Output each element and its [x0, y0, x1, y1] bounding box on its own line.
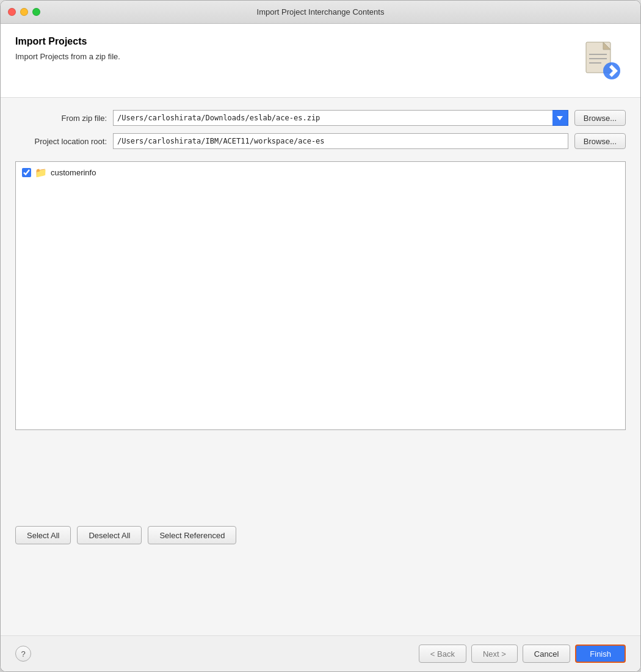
maximize-button[interactable] — [32, 8, 40, 16]
list-item[interactable]: 📁 customerinfo — [20, 166, 621, 180]
main-window: Import Project Interchange Contents Impo… — [0, 0, 641, 672]
header-text: Import Projects Import Projects from a z… — [15, 36, 577, 61]
traffic-lights — [8, 8, 40, 16]
page-title: Import Projects — [15, 36, 577, 47]
selection-buttons: Select All Deselect All Select Reference… — [1, 519, 640, 554]
footer: ? < Back Next > Cancel Finish — [1, 635, 640, 671]
chevron-down-icon — [557, 116, 563, 120]
import-icon-svg — [580, 39, 623, 82]
location-row: Project location root: Browse... — [15, 133, 626, 149]
project-name: customerinfo — [51, 168, 96, 177]
zip-dropdown-button[interactable] — [552, 110, 568, 126]
help-button[interactable]: ? — [15, 646, 31, 662]
location-label: Project location root: — [15, 137, 107, 146]
select-referenced-button[interactable]: Select Referenced — [148, 526, 236, 544]
cancel-button[interactable]: Cancel — [523, 645, 570, 663]
zip-label: From zip file: — [15, 114, 107, 123]
form-section: From zip file: Browse... Project locatio… — [1, 98, 640, 161]
minimize-button[interactable] — [20, 8, 28, 16]
projects-list: 📁 customerinfo — [15, 161, 626, 430]
deselect-all-button[interactable]: Deselect All — [77, 526, 142, 544]
finish-button[interactable]: Finish — [575, 645, 626, 663]
folder-icon: 📁 — [35, 167, 47, 178]
zip-input-combo — [113, 110, 568, 126]
back-button[interactable]: < Back — [419, 645, 466, 663]
content-area: Import Projects Import Projects from a z… — [1, 24, 640, 671]
list-section: 📁 customerinfo — [1, 161, 640, 519]
location-browse-button[interactable]: Browse... — [574, 133, 626, 149]
next-button[interactable]: Next > — [471, 645, 518, 663]
project-checkbox[interactable] — [22, 168, 31, 177]
zip-file-row: From zip file: Browse... — [15, 110, 626, 126]
close-button[interactable] — [8, 8, 16, 16]
zip-file-input[interactable] — [113, 110, 552, 126]
spacer — [1, 554, 640, 635]
footer-left: ? — [15, 646, 31, 662]
select-all-button[interactable]: Select All — [15, 526, 71, 544]
zip-browse-button[interactable]: Browse... — [574, 110, 626, 126]
titlebar: Import Project Interchange Contents — [1, 1, 640, 24]
svg-marker-7 — [557, 116, 563, 120]
location-input[interactable] — [113, 133, 568, 149]
footer-right: < Back Next > Cancel Finish — [419, 645, 626, 663]
header-icon — [577, 36, 626, 85]
window-title: Import Project Interchange Contents — [257, 7, 385, 16]
header-section: Import Projects Import Projects from a z… — [1, 24, 640, 98]
page-subtitle: Import Projects from a zip file. — [15, 52, 577, 61]
